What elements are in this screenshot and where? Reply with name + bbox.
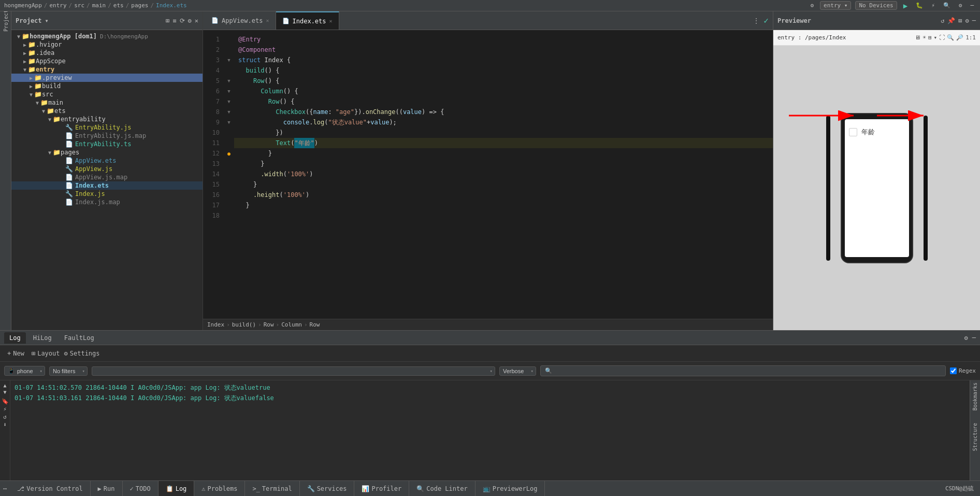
settings-button[interactable]: ⚙ Settings	[64, 350, 100, 357]
layout-icon[interactable]: ⊞	[958, 17, 962, 24]
toggle-icon[interactable]: ▶	[22, 42, 28, 48]
log-tab-hilog[interactable]: HiLog	[28, 332, 57, 344]
minimize-icon[interactable]: ─	[972, 334, 976, 342]
tree-item-entryability-js-map[interactable]: 📄 EntryAbility.js.map	[11, 132, 203, 140]
bottom-tab-previewerlog[interactable]: 📺 PreviewerLog	[475, 481, 545, 496]
ratio-icon[interactable]: 1:1	[965, 34, 976, 41]
toggle-icon[interactable]: ▼	[47, 117, 53, 122]
search-box[interactable]: 🔍	[540, 365, 946, 376]
tree-item-appview-js[interactable]: 🔧 AppView.js	[11, 165, 203, 173]
settings-icon[interactable]: ⚙	[964, 334, 968, 342]
toggle-icon[interactable]: ▼	[47, 150, 53, 155]
gear-icon[interactable]: ⚙	[808, 1, 816, 10]
bottom-tab-services[interactable]: 🔧 Services	[300, 481, 355, 496]
code-content[interactable]: @Entry @Component struct Index { build()…	[234, 30, 773, 319]
device-select[interactable]: 📱 phone ▾	[4, 366, 45, 376]
tree-item-index-js[interactable]: 🔧 Index.js	[11, 190, 203, 198]
refresh-preview-icon[interactable]: 🖥	[915, 34, 920, 41]
toggle-icon[interactable]: ▼	[34, 100, 40, 106]
tag-filter[interactable]: ▾	[92, 366, 495, 376]
fold-arrow[interactable]: ▼	[227, 58, 230, 63]
tree-item-entryability-ts[interactable]: 📄 EntryAbility.ts	[11, 140, 203, 148]
tab-appview[interactable]: 📄 AppView.ets ✕	[205, 11, 276, 30]
tab-more-icon[interactable]: ⋮	[749, 15, 763, 26]
fold-arrow[interactable]: ▼	[227, 89, 230, 94]
search-input[interactable]	[554, 368, 941, 374]
tab-index[interactable]: 📄 Index.ets ✕	[276, 11, 339, 30]
bottom-tab-log[interactable]: 📋 Log	[158, 481, 195, 496]
tree-item-appview-js-map[interactable]: 📄 AppView.js.map	[11, 173, 203, 181]
zoom-out-icon[interactable]: 🔎	[956, 34, 963, 41]
bottom-tab-version-control[interactable]: ⎇ Version Control	[10, 481, 90, 496]
scroll-down-icon[interactable]: ▼	[3, 389, 6, 395]
fold-arrow[interactable]: ▼	[227, 78, 230, 83]
tree-item-appscope[interactable]: ▶ 📁 AppScope	[11, 57, 203, 65]
bottom-tab-profiler[interactable]: 📊 Profiler	[354, 481, 409, 496]
grid-icon[interactable]: ⊞	[928, 34, 932, 41]
toggle-icon[interactable]: ▶	[22, 50, 28, 56]
bookmark-icon[interactable]: 🔖	[2, 398, 9, 405]
tree-item-root[interactable]: ▼ 📁 hongmengApp [dom1] D:\hongmengApp	[11, 32, 203, 40]
toggle-icon[interactable]: ▼	[22, 67, 28, 73]
minimize-icon[interactable]: ─	[968, 1, 976, 10]
dropdown-icon[interactable]: ▾	[934, 34, 938, 41]
toggle-icon[interactable]: ▶	[28, 83, 34, 89]
toggle-icon[interactable]: ▶	[28, 75, 34, 81]
expand-all-icon[interactable]: ⊞	[166, 17, 169, 24]
tree-item-preview[interactable]: ▶ 📁 .preview	[11, 74, 203, 82]
bottom-expand-icon[interactable]: ⋯	[0, 485, 10, 492]
sidebar-dropdown-icon[interactable]: ▾	[45, 17, 49, 24]
regex-checkbox[interactable]	[950, 367, 957, 374]
bottom-tab-run[interactable]: ▶ Run	[91, 481, 123, 496]
zoom-in-icon[interactable]: 🔍	[947, 34, 954, 41]
collapse-all-icon[interactable]: ≡	[172, 17, 176, 24]
filter-select[interactable]: No filters ▾	[49, 366, 88, 376]
bottom-tab-terminal[interactable]: >_ Terminal	[245, 481, 299, 496]
toggle-icon[interactable]: ▼	[40, 108, 47, 114]
tree-item-pages[interactable]: ▼ 📁 pages	[11, 148, 203, 157]
close-icon[interactable]: ✕	[195, 17, 198, 24]
bottom-tab-todo[interactable]: ✓ TODO	[123, 481, 158, 496]
structure-vtab[interactable]: Structure	[972, 423, 978, 451]
profile-icon[interactable]: ⚡	[929, 1, 937, 10]
layout-button[interactable]: ⊞ Layout	[32, 350, 60, 357]
tree-item-hvigor[interactable]: ▶ 📁 .hvigor	[11, 40, 203, 49]
close-tab-icon[interactable]: ✕	[266, 18, 269, 23]
verbose-select[interactable]: Verbose ▾	[499, 366, 536, 376]
tree-item-idea[interactable]: ▶ 📁 .idea	[11, 49, 203, 57]
refresh-icon[interactable]: ↺	[941, 17, 944, 24]
tree-item-entryability-js[interactable]: 🔧 EntryAbility.js	[11, 123, 203, 132]
entry-dropdown[interactable]: entry ▾	[820, 1, 851, 10]
fold-arrow[interactable]: ▼	[227, 109, 230, 115]
log-tab-faultlog[interactable]: FaultLog	[59, 332, 99, 344]
close-icon[interactable]: ─	[972, 17, 976, 24]
debug-icon[interactable]: 🐛	[914, 1, 925, 10]
tree-item-appview-ets[interactable]: 📄 AppView.ets	[11, 157, 203, 165]
toggle-icon[interactable]: ▶	[22, 59, 28, 64]
expand-icon[interactable]: ⬇	[3, 421, 7, 428]
tree-item-src[interactable]: ▼ 📁 src	[11, 90, 203, 98]
project-icon[interactable]: Project	[1, 16, 11, 26]
new-button[interactable]: + New	[4, 349, 27, 358]
sync-icon[interactable]: ⟳	[180, 17, 185, 24]
bookmarks-vtab[interactable]: Bookmarks	[972, 382, 978, 410]
log-tab-log[interactable]: Log	[4, 332, 26, 344]
refresh-icon[interactable]: ↺	[3, 414, 7, 420]
scroll-up-icon[interactable]: ▲	[3, 382, 6, 388]
bottom-tab-problems[interactable]: ⚠ Problems	[194, 481, 245, 496]
tree-item-entry[interactable]: ▼ 📁 entry	[11, 65, 203, 74]
tree-item-main[interactable]: ▼ 📁 main	[11, 98, 203, 107]
bottom-tab-codelinter[interactable]: 🔍 Code Linter	[409, 481, 475, 496]
device-dropdown[interactable]: phone	[17, 368, 41, 374]
run-button[interactable]: ▶	[901, 1, 910, 11]
tree-item-ets[interactable]: ▼ 📁 ets	[11, 107, 203, 115]
tree-item-build[interactable]: ▶ 📁 build	[11, 82, 203, 90]
tag-dropdown[interactable]	[95, 368, 104, 374]
tree-item-index-js-map[interactable]: 📄 Index.js.map	[11, 198, 203, 206]
fold-arrow[interactable]: ▼	[227, 120, 230, 125]
no-devices-badge[interactable]: No Devices	[855, 1, 897, 10]
filter-icon[interactable]: ⚡	[3, 406, 7, 413]
fold-arrow[interactable]: ▼	[227, 99, 230, 104]
settings-icon[interactable]: ⚙	[188, 17, 192, 24]
tree-item-entryability[interactable]: ▼ 📁 entryability	[11, 115, 203, 123]
